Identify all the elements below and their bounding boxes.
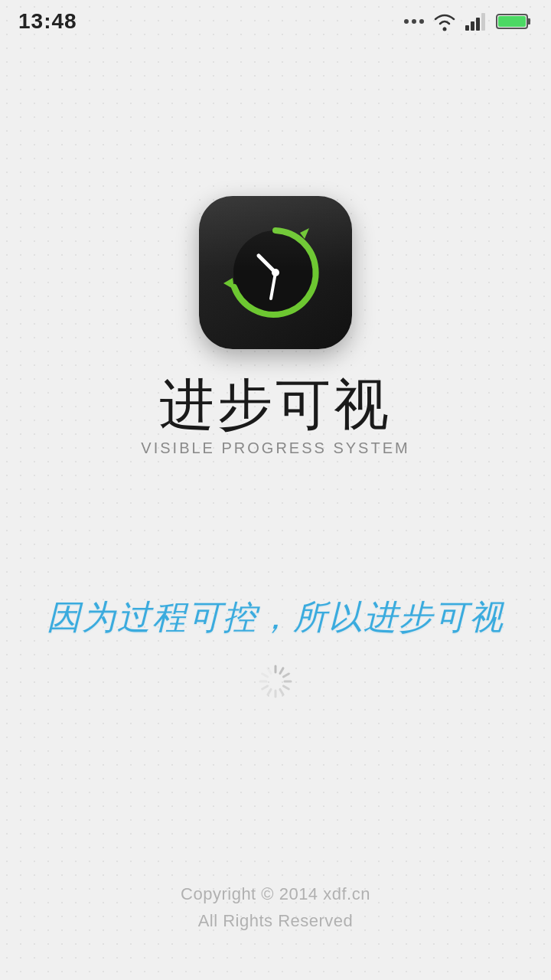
svg-line-15 [280,668,283,674]
app-icon [199,196,352,349]
svg-point-0 [443,28,447,31]
svg-point-13 [272,269,279,276]
svg-line-25 [268,668,271,674]
svg-rect-3 [476,18,480,31]
status-time: 13:48 [18,9,77,34]
main-content: 进步可视 VISIBLE PROGRESS SYSTEM 因为过程可控，所以进步… [0,43,551,700]
svg-line-11 [259,256,276,273]
copyright-line2: All Rights Reserved [0,907,551,934]
svg-line-16 [283,674,289,677]
status-bar: 13:48 [0,0,551,43]
more-dots-icon [404,19,424,24]
clock-svg [219,216,332,329]
svg-rect-4 [481,13,485,31]
wifi-icon [432,11,458,31]
footer: Copyright © 2014 xdf.cn All Rights Reser… [0,880,551,934]
app-name-english: VISIBLE PROGRESS SYSTEM [141,439,409,457]
svg-marker-9 [300,228,309,239]
svg-line-18 [283,686,289,689]
slogan-area: 因为过程可控，所以进步可视 [47,595,504,700]
status-icons [404,11,533,31]
svg-line-22 [262,686,268,689]
battery-icon [496,11,533,31]
svg-rect-7 [498,16,526,27]
svg-line-24 [262,674,268,677]
signal-icon [465,11,488,31]
svg-rect-2 [471,21,474,31]
svg-line-21 [268,689,271,694]
svg-marker-10 [223,278,234,289]
slogan-text: 因为过程可控，所以进步可视 [47,595,504,640]
app-name-chinese: 进步可视 [159,377,392,432]
copyright-line1: Copyright © 2014 xdf.cn [0,880,551,907]
svg-line-19 [280,689,283,694]
loading-spinner [257,663,294,700]
svg-rect-1 [465,25,469,31]
svg-rect-6 [527,18,530,24]
